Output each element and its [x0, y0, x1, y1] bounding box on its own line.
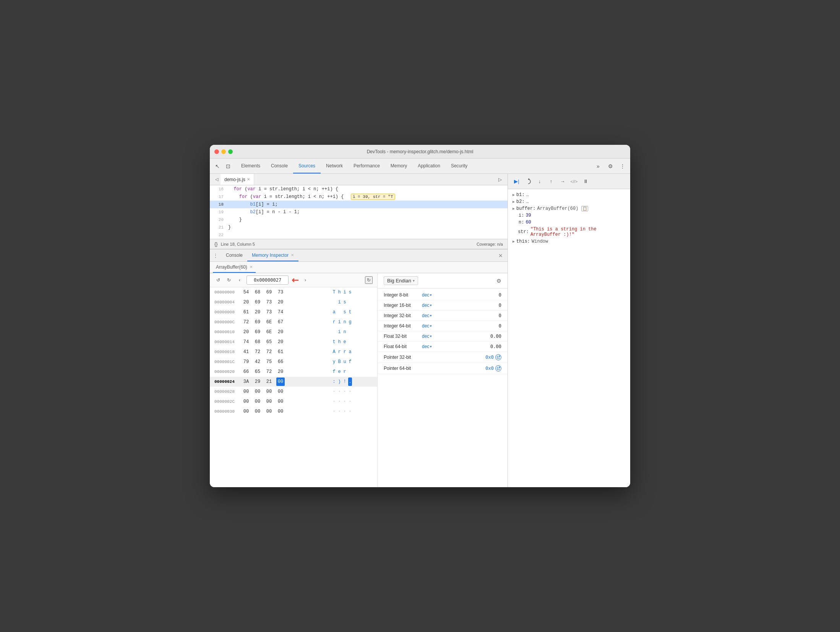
hex-byte[interactable]: 00 [253, 387, 262, 396]
resume-icon[interactable]: ▶| [512, 177, 521, 186]
history-forward-icon[interactable]: ↻ [225, 276, 233, 284]
hex-byte[interactable]: 41 [242, 348, 250, 356]
expand-arrow-icon[interactable]: ▶ [512, 239, 515, 244]
hex-byte[interactable]: 20 [276, 328, 285, 336]
navigate-next-icon[interactable]: › [302, 276, 309, 284]
source-file-tab[interactable]: demo-js.js ✕ [221, 174, 254, 185]
hex-byte[interactable]: 00 [276, 387, 285, 396]
step-icon[interactable]: → [558, 177, 567, 186]
hex-byte[interactable]: 73 [276, 288, 285, 297]
hex-byte[interactable]: 73 [265, 308, 273, 316]
hex-byte[interactable]: 69 [253, 298, 262, 306]
nav-more-button[interactable]: » [594, 162, 603, 171]
hex-byte[interactable]: 61 [242, 308, 250, 316]
hex-byte[interactable]: 75 [265, 358, 273, 366]
expand-arrow-icon[interactable]: ▶ [512, 193, 515, 197]
array-buffer-tab[interactable]: ArrayBuffer(60) ✕ [213, 262, 256, 273]
minimize-button[interactable] [221, 149, 226, 154]
hex-byte[interactable]: 20 [242, 298, 250, 306]
array-buffer-close-icon[interactable]: ✕ [250, 265, 253, 269]
mobile-icon[interactable]: ⊡ [224, 162, 233, 171]
hex-byte[interactable]: 69 [265, 288, 273, 297]
bottom-panel-menu-icon[interactable]: ⋮ [213, 253, 218, 259]
hex-byte[interactable]: 00 [265, 387, 273, 396]
hex-byte[interactable]: 20 [242, 328, 250, 336]
ptr64-link-icon[interactable] [495, 365, 501, 371]
memory-inspect-icon[interactable]: 📋 [581, 206, 588, 211]
hex-byte[interactable]: 20 [276, 298, 285, 306]
pause-on-exceptions-icon[interactable]: ⏸ [581, 177, 590, 186]
hex-byte[interactable]: 69 [253, 318, 262, 326]
int8-format[interactable]: dec ▾ [422, 292, 441, 298]
hex-byte-selected[interactable]: 00 [276, 378, 285, 386]
hex-byte[interactable]: 6E [265, 318, 273, 326]
hex-byte[interactable]: 3A [242, 378, 250, 386]
navigate-prev-icon[interactable]: ‹ [236, 276, 243, 284]
int64-format[interactable]: dec ▾ [422, 323, 441, 329]
hex-byte[interactable]: 67 [276, 318, 285, 326]
hex-byte[interactable]: 68 [253, 288, 262, 297]
source-nav-back[interactable]: ◁ [213, 176, 221, 183]
hex-byte[interactable]: 00 [242, 407, 250, 416]
tab-memory-inspector[interactable]: Memory Inspector ✕ [247, 250, 298, 261]
hex-byte[interactable]: 73 [265, 298, 273, 306]
step-into-icon[interactable]: ↓ [535, 177, 544, 186]
close-button[interactable] [214, 149, 219, 154]
hex-byte[interactable]: 21 [265, 378, 273, 386]
step-out-icon[interactable]: ↑ [547, 177, 555, 186]
hex-byte[interactable]: 00 [242, 397, 250, 406]
tab-network[interactable]: Network [321, 159, 348, 173]
hex-byte[interactable]: 66 [276, 358, 285, 366]
tab-security[interactable]: Security [446, 159, 473, 173]
memory-inspector-close-icon[interactable]: ✕ [291, 253, 294, 257]
hex-byte[interactable]: 00 [276, 397, 285, 406]
float32-format[interactable]: dec ▾ [422, 334, 441, 339]
hex-byte[interactable]: 65 [265, 338, 273, 346]
ptr32-link-icon[interactable] [495, 354, 501, 360]
tab-memory[interactable]: Memory [385, 159, 412, 173]
hex-byte[interactable]: 72 [242, 318, 250, 326]
maximize-button[interactable] [228, 149, 233, 154]
hex-byte[interactable]: 68 [253, 338, 262, 346]
float64-format[interactable]: dec ▾ [422, 344, 441, 349]
hex-byte[interactable]: 74 [276, 308, 285, 316]
hex-byte[interactable]: 72 [265, 348, 273, 356]
hex-byte[interactable]: 00 [265, 397, 273, 406]
expand-arrow-icon[interactable]: ▶ [512, 199, 515, 204]
tab-application[interactable]: Application [412, 159, 446, 173]
tab-performance[interactable]: Performance [348, 159, 385, 173]
hex-byte[interactable]: 20 [276, 368, 285, 376]
hex-byte[interactable]: 29 [253, 378, 262, 386]
hex-byte[interactable]: 6E [265, 328, 273, 336]
more-options-icon[interactable]: ⋮ [618, 162, 627, 171]
hex-byte[interactable]: 72 [253, 348, 262, 356]
hex-byte[interactable]: 00 [265, 407, 273, 416]
endian-select[interactable]: Big Endian ▾ [384, 276, 418, 285]
tab-console-bottom[interactable]: Console [221, 250, 247, 261]
refresh-icon[interactable]: ↻ [365, 276, 373, 284]
settings-icon[interactable]: ⚙ [606, 162, 615, 171]
hex-byte[interactable]: 72 [265, 368, 273, 376]
history-back-icon[interactable]: ↺ [214, 276, 222, 284]
int32-format[interactable]: dec ▾ [422, 313, 441, 318]
hex-byte[interactable]: 00 [253, 407, 262, 416]
hex-byte[interactable]: 74 [242, 338, 250, 346]
hex-byte[interactable]: 61 [276, 348, 285, 356]
value-settings-icon[interactable]: ⚙ [496, 278, 501, 284]
step-over-icon[interactable] [524, 177, 532, 186]
tab-sources[interactable]: Sources [293, 159, 321, 173]
hex-byte[interactable]: 54 [242, 288, 250, 297]
hex-byte[interactable]: 00 [242, 387, 250, 396]
expand-arrow-icon[interactable]: ▶ [512, 206, 515, 211]
hex-byte[interactable]: 69 [253, 328, 262, 336]
deactivate-breakpoints-icon[interactable]: <//> [570, 177, 578, 186]
panel-close-icon[interactable]: ✕ [497, 251, 504, 260]
tab-console[interactable]: Console [266, 159, 293, 173]
address-input[interactable] [246, 275, 289, 285]
hex-byte[interactable]: 20 [276, 338, 285, 346]
tab-elements[interactable]: Elements [236, 159, 266, 173]
hex-byte[interactable]: 00 [253, 397, 262, 406]
int16-format[interactable]: dec ▾ [422, 303, 441, 308]
source-tab-close[interactable]: ✕ [247, 177, 250, 181]
hex-byte[interactable]: 42 [253, 358, 262, 366]
